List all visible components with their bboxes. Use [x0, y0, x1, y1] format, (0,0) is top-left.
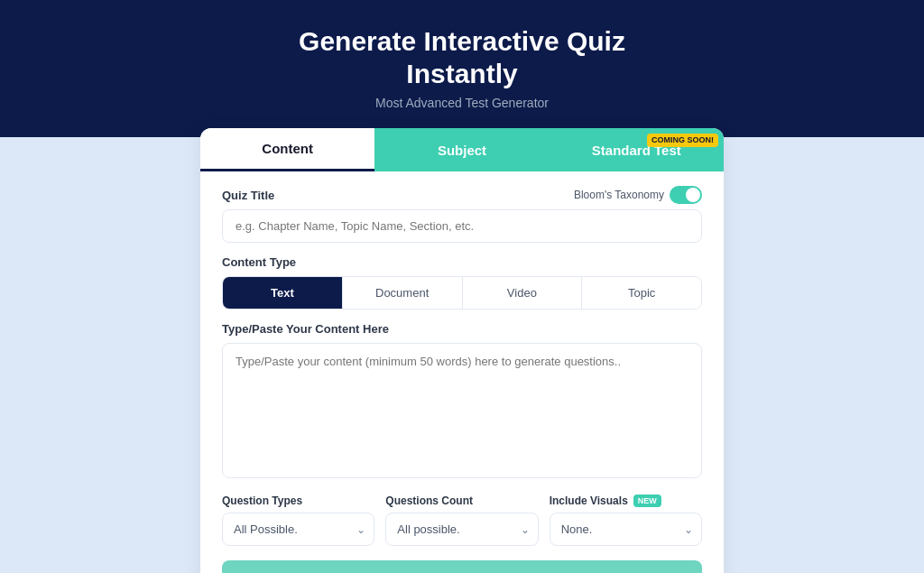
tab-subject[interactable]: Subject	[374, 128, 549, 171]
content-area-label: Type/Paste Your Content Here	[222, 322, 702, 336]
questions-count-field: Questions Count All possible. ⌄	[385, 494, 538, 546]
content-tab-video[interactable]: Video	[462, 277, 582, 309]
toggle-knob	[686, 188, 700, 202]
header-section: Generate Interactive Quiz Instantly Most…	[0, 0, 924, 137]
questions-count-label-row: Questions Count	[385, 494, 538, 507]
question-types-label-row: Question Types	[222, 494, 374, 507]
content-type-tabs: Text Document Video Topic	[222, 276, 702, 310]
quiz-title-row: Quiz Title Bloom's Taxonomy	[222, 186, 702, 204]
question-types-wrapper: All Possible. ⌄	[222, 513, 374, 546]
form-card: Content Subject Standard Test Coming Soo…	[200, 128, 724, 573]
main-container: Content Subject Standard Test Coming Soo…	[0, 137, 924, 573]
form-section: Quiz Title Bloom's Taxonomy Content Type…	[200, 171, 724, 546]
bottom-options-row: Question Types All Possible. ⌄ Questions…	[222, 494, 702, 546]
new-badge: NEW	[633, 494, 661, 507]
content-type-label: Content Type	[222, 255, 702, 269]
include-visuals-select[interactable]: None.	[550, 513, 702, 546]
content-tab-topic[interactable]: Topic	[581, 277, 701, 309]
question-types-field: Question Types All Possible. ⌄	[222, 494, 374, 546]
question-types-select[interactable]: All Possible.	[222, 513, 374, 546]
tab-content[interactable]: Content	[200, 128, 374, 171]
content-textarea[interactable]	[222, 343, 702, 478]
include-visuals-label: Include Visuals	[550, 494, 628, 507]
tab-standard-test[interactable]: Standard Test Coming Soon!	[550, 128, 724, 171]
questions-count-label: Questions Count	[385, 494, 473, 507]
page-subtitle: Most Advanced Test Generator	[18, 96, 906, 110]
questions-count-wrapper: All possible. ⌄	[385, 513, 538, 546]
bloom-label: Bloom's Taxonomy	[574, 189, 664, 201]
bloom-toggle-row: Bloom's Taxonomy	[574, 186, 702, 204]
content-tab-document[interactable]: Document	[342, 277, 462, 309]
bloom-toggle[interactable]	[670, 186, 702, 204]
include-visuals-wrapper: None. ⌄	[550, 513, 702, 546]
question-types-label: Question Types	[222, 494, 302, 507]
generate-questions-button[interactable]: Generate Questions	[222, 560, 702, 573]
main-tabs: Content Subject Standard Test Coming Soo…	[200, 128, 724, 171]
quiz-title-label: Quiz Title	[222, 189, 274, 202]
questions-count-select[interactable]: All possible.	[385, 513, 538, 546]
coming-soon-badge: Coming Soon!	[647, 134, 718, 147]
content-tab-text[interactable]: Text	[223, 277, 342, 309]
quiz-title-input[interactable]	[222, 209, 702, 243]
page-title: Generate Interactive Quiz Instantly	[18, 25, 906, 90]
include-visuals-label-row: Include Visuals NEW	[550, 494, 702, 507]
include-visuals-field: Include Visuals NEW None. ⌄	[550, 494, 702, 546]
